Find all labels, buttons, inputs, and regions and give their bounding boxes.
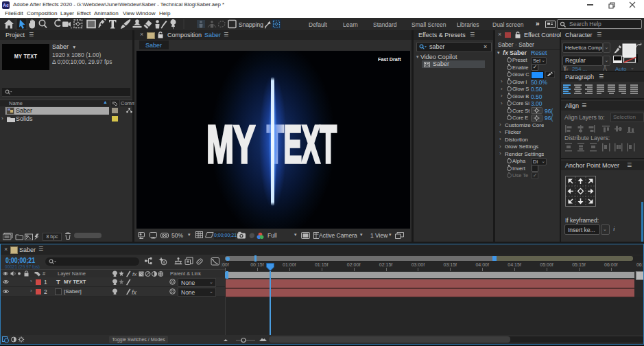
svg-text:fx: fx [132,289,137,296]
svg-text:fx: fx [132,271,137,277]
